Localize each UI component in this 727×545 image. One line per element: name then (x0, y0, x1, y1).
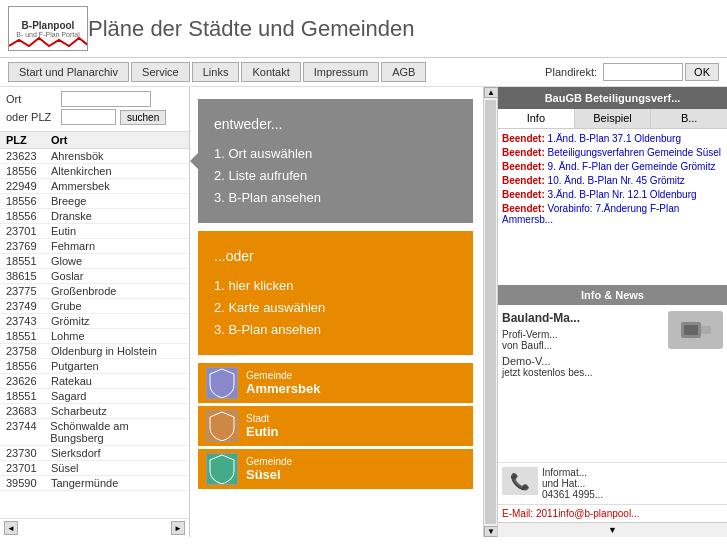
list-item[interactable]: 23730Sierksdorf (0, 446, 189, 461)
list-plz: 23775 (6, 285, 51, 297)
nav-service[interactable]: Service (131, 62, 190, 82)
center-scroll-down[interactable]: ▼ (484, 526, 497, 537)
list-ort: Putgarten (51, 360, 99, 372)
plz-label: oder PLZ (6, 111, 61, 123)
nav-impressum[interactable]: Impressum (303, 62, 379, 82)
list-item[interactable]: 23683Scharbeutz (0, 404, 189, 419)
tab-b[interactable]: B... (651, 109, 727, 128)
logo-wave-icon (9, 36, 88, 48)
search-button[interactable]: suchen (120, 110, 166, 125)
list-plz: 38615 (6, 270, 51, 282)
news-item[interactable]: Beendet: 9. Änd. F-Plan der Gemeinde Grö… (502, 161, 723, 172)
news-item[interactable]: Beendet: 3.Änd. B-Plan Nr. 12.1 Oldenbur… (502, 189, 723, 200)
list-item[interactable]: 18551Sagard (0, 389, 189, 404)
list-plz: 23758 (6, 345, 51, 357)
news-link[interactable]: 9. Änd. F-Plan der Gemeinde Grömitz (548, 161, 716, 172)
list-item[interactable]: 18551Glowe (0, 254, 189, 269)
list-ort: Ratekau (51, 375, 92, 387)
news-prefix: Beendet: (502, 203, 545, 214)
list-item[interactable]: 23749Grube (0, 299, 189, 314)
tab-beispiel[interactable]: Beispiel (575, 109, 652, 128)
list-item[interactable]: 23701Eutin (0, 224, 189, 239)
center-scrollbar[interactable]: ▲ ▼ (483, 87, 497, 537)
news-link[interactable]: 1.Änd. B-Plan 37.1 Oldenburg (548, 133, 681, 144)
phone-icon: 📞 (502, 467, 538, 495)
community-name: Süsel (246, 467, 292, 482)
community-text: Stadt Eutin (246, 413, 279, 439)
list-item[interactable]: 18556Breege (0, 194, 189, 209)
list-item[interactable]: 39590Tangermünde (0, 476, 189, 491)
community-shield-icon (206, 410, 238, 442)
list-item[interactable]: 23623Ahrensbök (0, 149, 189, 164)
city-list: 23623Ahrensbök18556Altenkirchen22949Amme… (0, 149, 189, 518)
news-item[interactable]: Beendet: Vorabinfo: 7.Änderung F-Plan Am… (502, 203, 723, 225)
list-item[interactable]: 23744Schönwalde am Bungsberg (0, 419, 189, 446)
community-text: Gemeinde Ammersbek (246, 370, 320, 396)
community-shield-icon (206, 453, 238, 485)
list-ort: Dranske (51, 210, 92, 222)
list-ort: Oldenburg in Holstein (51, 345, 157, 357)
community-type: Gemeinde (246, 370, 320, 381)
nav-agb[interactable]: AGB (381, 62, 426, 82)
plz-input[interactable] (61, 109, 116, 125)
plandirekt-ok-button[interactable]: OK (685, 63, 719, 81)
news-prefix: Beendet: (502, 189, 545, 200)
news-link[interactable]: 10. Änd. B-Plan Nr. 45 Grömitz (548, 175, 685, 186)
list-plz: 23701 (6, 462, 51, 474)
list-item[interactable]: 18551Lohme (0, 329, 189, 344)
news-link[interactable]: 3.Änd. B-Plan Nr. 12.1 Oldenburg (548, 189, 697, 200)
list-item[interactable]: 22949Ammersbek (0, 179, 189, 194)
community-item[interactable]: Gemeinde Süsel (198, 449, 473, 489)
steps-box-1: entweder... 1. Ort auswählen 2. Liste au… (198, 99, 473, 223)
list-item[interactable]: 23769Fehmarn (0, 239, 189, 254)
community-item[interactable]: Gemeinde Ammersbek (198, 363, 473, 403)
ort-input[interactable] (61, 91, 151, 107)
list-item[interactable]: 23775Großenbrode (0, 284, 189, 299)
list-plz: 23769 (6, 240, 51, 252)
center-scroll-thumb (485, 100, 496, 524)
news-link[interactable]: Beteiligungsverfahren Gemeinde Süsel (548, 147, 721, 158)
list-item[interactable]: 23701Süsel (0, 461, 189, 476)
list-ort: Altenkirchen (51, 165, 112, 177)
community-text: Gemeinde Süsel (246, 456, 292, 482)
sidebar: Ort oder PLZ suchen PLZ Ort 23623Ahrensb… (0, 87, 190, 537)
list-ort: Breege (51, 195, 86, 207)
steps-box-2[interactable]: ...oder 1. hier klicken 2. Karte auswähl… (198, 231, 473, 355)
scroll-left-button[interactable]: ◄ (4, 521, 18, 535)
community-type: Stadt (246, 413, 279, 424)
center-scroll-up[interactable]: ▲ (484, 87, 497, 98)
news-item[interactable]: Beendet: Beteiligungsverfahren Gemeinde … (502, 147, 723, 158)
svg-rect-1 (701, 326, 711, 334)
nav-kontakt[interactable]: Kontakt (241, 62, 300, 82)
list-item[interactable]: 38615Goslar (0, 269, 189, 284)
news-item[interactable]: Beendet: 10. Änd. B-Plan Nr. 45 Grömitz (502, 175, 723, 186)
nav-links[interactable]: Links (192, 62, 240, 82)
info-news-header: Info & News (498, 285, 727, 305)
email-area: E-Mail: 2011info@b-planpool... (498, 504, 727, 522)
list-item[interactable]: 23743Grömitz (0, 314, 189, 329)
nav-start[interactable]: Start und Planarchiv (8, 62, 129, 82)
list-plz: 23683 (6, 405, 51, 417)
list-item[interactable]: 23626Ratekau (0, 374, 189, 389)
plandirekt-input[interactable] (603, 63, 683, 81)
right-tabs: Info Beispiel B... (498, 109, 727, 129)
list-plz: 22949 (6, 180, 51, 192)
list-item[interactable]: 18556Dranske (0, 209, 189, 224)
list-item[interactable]: 18556Altenkirchen (0, 164, 189, 179)
news-item[interactable]: Beendet: 1.Änd. B-Plan 37.1 Oldenburg (502, 133, 723, 144)
col-plz-header: PLZ (6, 134, 51, 146)
list-ort: Ahrensbök (51, 150, 104, 162)
list-item[interactable]: 23758Oldenburg in Holstein (0, 344, 189, 359)
list-ort: Glowe (51, 255, 82, 267)
list-plz: 18551 (6, 390, 51, 402)
right-scroll-down[interactable]: ▼ (498, 522, 727, 537)
community-item[interactable]: Stadt Eutin (198, 406, 473, 446)
list-ort: Grömitz (51, 315, 90, 327)
scroll-right-button[interactable]: ► (171, 521, 185, 535)
shield-icon (208, 453, 236, 485)
list-ort: Scharbeutz (51, 405, 107, 417)
main: Ort oder PLZ suchen PLZ Ort 23623Ahrensb… (0, 87, 727, 537)
list-item[interactable]: 18556Putgarten (0, 359, 189, 374)
tab-info[interactable]: Info (498, 109, 575, 128)
shield-icon (208, 410, 236, 442)
